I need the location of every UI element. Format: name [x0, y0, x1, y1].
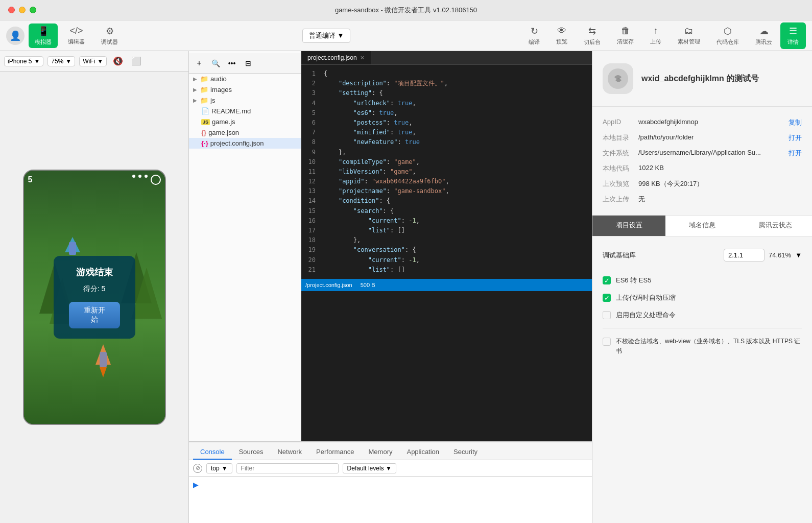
- score-display: 5: [28, 175, 33, 184]
- arrow-icon: ▶: [193, 87, 197, 92]
- preview-button[interactable]: 👁 预览: [548, 23, 576, 47]
- context-select[interactable]: top ▼: [206, 463, 232, 473]
- maximize-button[interactable]: [30, 7, 36, 13]
- code-line: "setting": {: [324, 88, 588, 98]
- refresh-icon: ↻: [531, 26, 538, 37]
- file-size: 500 B: [361, 282, 375, 288]
- tab-project-settings[interactable]: 项目设置: [592, 216, 665, 236]
- simulator-toolbar: iPhone 5 ▼ 75% ▼ WiFi ▼ 🔇 ⬜: [0, 51, 188, 72]
- file-gamejson[interactable]: {} game.json: [189, 127, 301, 138]
- assets-button[interactable]: 🗂 素材管理: [670, 23, 708, 47]
- local-dir-value: /path/to/your/folder: [638, 133, 784, 141]
- device-select[interactable]: iPhone 5 ▼: [4, 56, 43, 66]
- last-preview-value: 998 KB（今天20:17）: [638, 179, 802, 188]
- collapse-button[interactable]: ⊟: [242, 57, 254, 69]
- tab-network[interactable]: Network: [270, 445, 309, 460]
- devtools-tabs: Console Sources Network Performance Memo…: [189, 442, 592, 460]
- file-gamejs[interactable]: JS game.js: [189, 116, 301, 127]
- network-select[interactable]: WiFi ▼: [79, 56, 107, 66]
- compile-mode-select[interactable]: 普通编译 ▼: [302, 29, 351, 43]
- app-name-text: wxid_abcdefghijklmn 的测试号: [641, 74, 759, 84]
- local-dir-open-button[interactable]: 打开: [789, 133, 802, 142]
- more-button[interactable]: •••: [226, 57, 238, 69]
- tab-tencent-status[interactable]: 腾讯云状态: [739, 216, 812, 236]
- game-background: 游戏结束 得分: 5 重新开始: [24, 171, 165, 424]
- tab-domain-info[interactable]: 域名信息: [665, 216, 738, 236]
- zoom-select[interactable]: 75% ▼: [47, 56, 75, 66]
- custom-handler-checkbox[interactable]: [603, 311, 611, 319]
- chevron-down-icon: ▼: [222, 465, 228, 472]
- filesystem-open-button[interactable]: 打开: [789, 149, 802, 158]
- file-config-label: project.config.json: [210, 139, 264, 147]
- local-dir-row: 本地目录 /path/to/your/folder 打开: [603, 130, 802, 146]
- tab-memory[interactable]: Memory: [362, 445, 400, 460]
- code-editor[interactable]: project.config.json ✕ 1 2 3 4 5 6 7 8 9: [301, 51, 592, 441]
- editor-button[interactable]: </> 编辑器: [62, 23, 91, 47]
- console-clear-button[interactable]: ⊘: [193, 464, 202, 473]
- tab-performance[interactable]: Performance: [309, 445, 361, 460]
- console-prompt[interactable]: ▶: [193, 481, 199, 489]
- detail-button[interactable]: ☰ 详情: [780, 22, 806, 49]
- file-js-icon: JS: [201, 119, 210, 125]
- refresh-button[interactable]: ↻ 编译: [520, 23, 548, 48]
- toolbar-actions: ↻ 编译 👁 预览 ⇆ 切后台 🗑 清缓存 ↑ 上传 🗂 素材管理 ⬡ 代码仓库…: [520, 22, 806, 49]
- tencent-cloud-button[interactable]: ☁ 腾讯云: [747, 23, 780, 48]
- filesystem-row: 文件系统 /Users/username/Library/Application…: [603, 146, 802, 161]
- center-panel: + 🔍 ••• ⊟ ▶ 📁 audio ▶ 📁 images ▶: [189, 51, 592, 523]
- version-select[interactable]: 2.1.1: [724, 249, 765, 262]
- file-readme[interactable]: 📄 README.md: [189, 106, 301, 116]
- clean-button[interactable]: 🗑 清缓存: [609, 23, 642, 47]
- levels-select[interactable]: Default levels ▼: [343, 463, 396, 473]
- search-button[interactable]: 🔍: [209, 57, 222, 69]
- close-button[interactable]: [8, 7, 15, 13]
- editor-tab-bar: project.config.json ✕: [301, 51, 592, 65]
- tab-close-button[interactable]: ✕: [360, 55, 365, 61]
- code-line: {: [324, 69, 588, 79]
- custom-handler-checkbox-row: 启用自定义处理命令: [603, 306, 802, 324]
- debugger-button[interactable]: ⚙ 调试器: [95, 23, 124, 48]
- tab-sources[interactable]: Sources: [232, 445, 271, 460]
- simulator-button[interactable]: 📱 模拟器: [29, 23, 58, 48]
- filter-input[interactable]: [236, 463, 339, 473]
- app-header: wxid_abcdefghijklmn 的测试号: [592, 51, 812, 107]
- appid-copy-button[interactable]: 复制: [789, 118, 802, 127]
- no-validate-checkbox[interactable]: [603, 338, 611, 346]
- tab-application[interactable]: Application: [399, 445, 446, 460]
- refresh-label: 编译: [529, 38, 540, 46]
- chevron-down-icon: ▼: [386, 465, 392, 472]
- minimize-button[interactable]: [19, 7, 26, 13]
- line-numbers: 1 2 3 4 5 6 7 8 9 10 11 12 13 14: [301, 65, 320, 279]
- appid-label: AppID: [603, 118, 638, 126]
- tab-security[interactable]: Security: [446, 445, 485, 460]
- file-browser: + 🔍 ••• ⊟ ▶ 📁 audio ▶ 📁 images ▶: [189, 51, 301, 441]
- code-line: "list": []: [324, 226, 588, 235]
- editor-label: 编辑器: [68, 38, 85, 45]
- compile-mode-value: 普通编译: [309, 31, 336, 40]
- levels-label: Default levels: [347, 465, 384, 472]
- arrow-icon: ▶: [193, 76, 197, 82]
- add-file-button[interactable]: +: [193, 57, 205, 69]
- code-repo-button[interactable]: ⬡ 代码仓库: [708, 23, 747, 48]
- upload-button[interactable]: ↑ 上传: [642, 23, 670, 47]
- mute-button[interactable]: 🔇: [111, 54, 125, 68]
- code-line: "libVersion": "game",: [324, 167, 588, 177]
- tab-project-config[interactable]: project.config.json ✕: [301, 51, 371, 64]
- window-controls[interactable]: [8, 7, 36, 13]
- avatar[interactable]: 👤: [6, 27, 25, 45]
- folder-js[interactable]: ▶ 📁 js: [189, 95, 301, 106]
- rotate-button[interactable]: ⬜: [129, 54, 144, 68]
- cutback-icon: ⇆: [588, 26, 596, 37]
- folder-audio[interactable]: ▶ 📁 audio: [189, 74, 301, 84]
- folder-images-label: images: [210, 86, 232, 93]
- upload-label: 上传: [650, 38, 661, 45]
- file-project-config[interactable]: {·} project.config.json: [189, 138, 301, 149]
- es6-checkbox-row: ✓ ES6 转 ES5: [603, 272, 802, 289]
- enemy-ships: [24, 222, 166, 324]
- compress-checkbox[interactable]: ✓: [603, 294, 611, 302]
- es6-checkbox[interactable]: ✓: [603, 276, 611, 284]
- cutback-button[interactable]: ⇆ 切后台: [576, 23, 609, 48]
- phone-header: 5: [28, 175, 161, 185]
- tab-console[interactable]: Console: [193, 445, 232, 460]
- folder-images[interactable]: ▶ 📁 images: [189, 84, 301, 95]
- zoom-value: 75%: [51, 58, 63, 65]
